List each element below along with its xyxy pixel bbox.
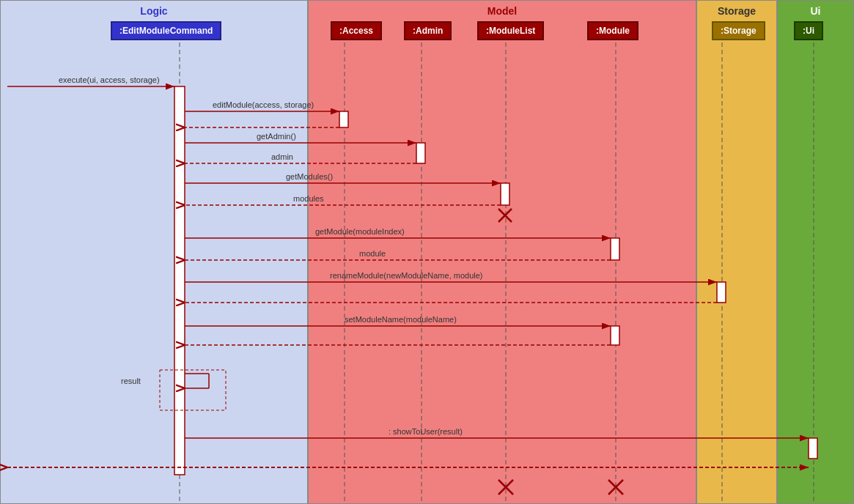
lifeline-access: :Access: [331, 21, 382, 40]
lane-model-header: Model: [309, 1, 696, 21]
lane-ui: Ui :Ui: [777, 0, 854, 504]
lifeline-ui: :Ui: [794, 21, 823, 40]
lane-model: Model :Access :Admin :ModuleList :Module: [308, 0, 696, 504]
lifeline-modulelist: :ModuleList: [477, 21, 544, 40]
lane-ui-header: Ui: [778, 1, 853, 21]
lane-logic-header: Logic: [1, 1, 307, 21]
lifeline-admin: :Admin: [404, 21, 452, 40]
lifeline-edit-module-command: :EditModuleCommand: [111, 21, 221, 40]
lifeline-module: :Module: [587, 21, 638, 40]
lifeline-storage: :Storage: [712, 21, 765, 40]
lane-storage-header: Storage: [697, 1, 776, 21]
lane-storage: Storage :Storage: [696, 0, 777, 504]
lane-logic: Logic :EditModuleCommand: [0, 0, 308, 504]
sequence-diagram: Logic :EditModuleCommand Model :Access :…: [0, 0, 854, 504]
